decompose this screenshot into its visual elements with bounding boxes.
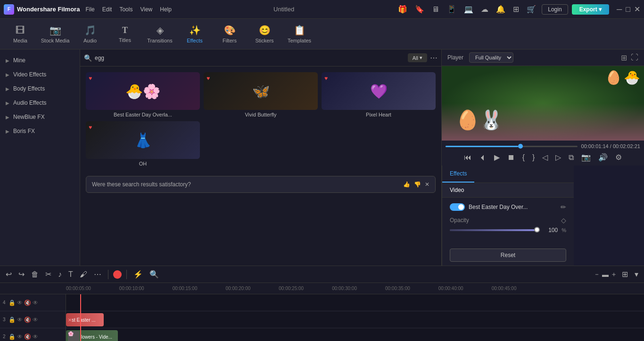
timeline-paint[interactable]: 🖌: [78, 269, 89, 280]
login-button[interactable]: Login: [542, 4, 568, 15]
track-mute-icon[interactable]: 🔇: [24, 299, 31, 306]
toolbar-stickers[interactable]: 😊 Stickers: [248, 20, 281, 48]
filter-dropdown[interactable]: All ▾: [408, 53, 427, 62]
toolbar-stock[interactable]: 📷 Stock Media: [39, 20, 72, 48]
toolbar-transitions[interactable]: ◈ Transitions: [143, 20, 176, 48]
skip-back-button[interactable]: ⏮: [463, 152, 472, 163]
list-item[interactable]: ♥ 👗 OH: [86, 121, 200, 166]
minimize-button[interactable]: ─: [617, 6, 622, 13]
timeline-grid2[interactable]: ▾: [633, 269, 640, 280]
sub-tab-video[interactable]: Video: [442, 183, 574, 198]
gift-icon[interactable]: 🎁: [396, 4, 409, 15]
close-feedback-icon[interactable]: ✕: [425, 181, 429, 188]
mobile-icon[interactable]: 📱: [445, 4, 458, 15]
list-item[interactable]: ♥ 🦋 Vivid Butterfly: [204, 72, 318, 117]
zoom-out-icon[interactable]: －: [594, 270, 600, 279]
split-button[interactable]: ⚡: [132, 269, 145, 280]
fullscreen-icon[interactable]: ⛶: [631, 53, 638, 62]
prev-frame-button[interactable]: ◁: [541, 152, 549, 163]
edit-icon[interactable]: ✏: [561, 203, 566, 211]
opacity-thumb[interactable]: [534, 227, 540, 233]
track-lock-icon[interactable]: 🔒: [8, 333, 16, 340]
progress-track[interactable]: [446, 146, 578, 147]
monitor-icon[interactable]: 🖥: [430, 4, 441, 15]
cloud-icon[interactable]: ☁: [479, 4, 490, 15]
record-button[interactable]: [113, 270, 122, 279]
track-eye-icon[interactable]: 👁: [17, 299, 23, 306]
track-mute-icon[interactable]: 🔇: [24, 316, 31, 323]
menu-help[interactable]: Help: [160, 6, 172, 13]
reset-button[interactable]: Reset: [450, 249, 566, 262]
play-button[interactable]: ▶: [493, 152, 501, 163]
toolbar-media[interactable]: 🎞 Media: [4, 20, 37, 48]
zoom-slider[interactable]: ▬: [602, 271, 609, 278]
timeline-more[interactable]: ⋯: [92, 269, 103, 280]
track-lock-icon[interactable]: 🔒: [8, 299, 16, 306]
timeline-undo[interactable]: ↩: [4, 269, 14, 280]
effect-clip[interactable]: ✕ st Easter ...: [66, 313, 104, 326]
list-item[interactable]: ♥ 🐣🌸 Best Easter Day Overla...: [86, 72, 200, 117]
thumbs-down-icon[interactable]: 👎: [414, 181, 421, 188]
mark-out-button[interactable]: }: [531, 152, 536, 163]
toolbar-filters[interactable]: 🎨 Filters: [213, 20, 246, 48]
thumbs-up-icon[interactable]: 👍: [403, 181, 410, 188]
track-mute-icon[interactable]: 🔇: [24, 333, 31, 340]
bell-icon[interactable]: 🔔: [494, 4, 507, 15]
snapshot-button[interactable]: 📷: [580, 152, 592, 163]
track-eye-icon[interactable]: 👁: [17, 316, 23, 323]
timeline-audio[interactable]: ♪: [56, 269, 64, 280]
cart-icon[interactable]: 🛒: [525, 4, 538, 15]
timeline-cut[interactable]: ✂: [43, 269, 53, 280]
sidebar-item-body-effects[interactable]: ▶ Body Effects: [0, 82, 80, 96]
grid-view-icon[interactable]: ⊞: [621, 53, 627, 62]
quality-selector[interactable]: Full Quality: [469, 52, 513, 63]
more-options-button[interactable]: ⋯: [430, 53, 438, 62]
stop-button[interactable]: ⏹: [506, 152, 516, 163]
sidebar-item-audio-effects[interactable]: ▶ Audio Effects: [0, 96, 80, 110]
opacity-slider[interactable]: [450, 229, 540, 231]
toolbar-audio[interactable]: 🎵 Audio: [74, 20, 107, 48]
track-solo-icon[interactable]: 👁: [33, 316, 38, 323]
toggle-switch[interactable]: [450, 203, 465, 211]
track-solo-icon[interactable]: 👁: [33, 333, 38, 340]
list-item[interactable]: ♥ 💜 Pixel Heart: [322, 72, 436, 117]
bookmark-icon[interactable]: 🔖: [413, 4, 426, 15]
audio-button[interactable]: 🔊: [597, 152, 609, 163]
menu-view[interactable]: View: [140, 6, 152, 13]
grid-icon[interactable]: ⊞: [511, 4, 521, 15]
laptop-icon[interactable]: 💻: [462, 4, 475, 15]
track-solo-icon[interactable]: 👁: [33, 299, 38, 306]
mark-in-button[interactable]: {: [521, 152, 526, 163]
menu-tools[interactable]: Tools: [119, 6, 132, 13]
toolbar-titles[interactable]: T Titles: [108, 20, 141, 48]
zoom-button[interactable]: 🔍: [148, 269, 161, 280]
toolbar-templates[interactable]: 📋 Templates: [283, 20, 316, 48]
settings-button[interactable]: ⚙: [614, 152, 623, 163]
search-input[interactable]: [95, 55, 405, 61]
playhead[interactable]: [80, 294, 81, 341]
pip-button[interactable]: ⧉: [568, 152, 575, 163]
sidebar-item-mine[interactable]: ▶ Mine: [0, 53, 80, 67]
progress-thumb[interactable]: [518, 144, 523, 149]
step-back-button[interactable]: ⏴: [478, 152, 487, 163]
maximize-button[interactable]: □: [626, 6, 630, 13]
next-frame-button[interactable]: ▷: [554, 152, 562, 163]
keyframe-icon[interactable]: ◇: [561, 216, 566, 224]
sidebar-item-video-effects[interactable]: ▶ Video Effects: [0, 67, 80, 82]
track-lock-icon[interactable]: 🔒: [8, 316, 16, 323]
sidebar-item-boris[interactable]: ▶ Boris FX: [0, 124, 80, 138]
close-button[interactable]: ✕: [634, 6, 640, 13]
sidebar-item-newblue[interactable]: ▶ NewBlue FX: [0, 110, 80, 124]
timeline-delete[interactable]: 🗑: [29, 269, 41, 280]
menu-edit[interactable]: Edit: [102, 6, 112, 13]
timeline-text[interactable]: T: [66, 269, 75, 280]
track-eye-icon[interactable]: 👁: [17, 333, 23, 340]
zoom-in-icon[interactable]: ＋: [611, 270, 617, 279]
video-clip[interactable]: 🌸 lowers - Vide...: [66, 330, 118, 341]
toolbar-effects[interactable]: ✨ Effects: [178, 20, 211, 48]
timeline-redo[interactable]: ↪: [17, 269, 26, 280]
export-button[interactable]: Export ▾: [572, 4, 609, 15]
tab-effects[interactable]: Effects: [442, 166, 474, 183]
timeline-grid[interactable]: ⊞: [620, 269, 630, 280]
menu-file[interactable]: File: [85, 6, 94, 13]
